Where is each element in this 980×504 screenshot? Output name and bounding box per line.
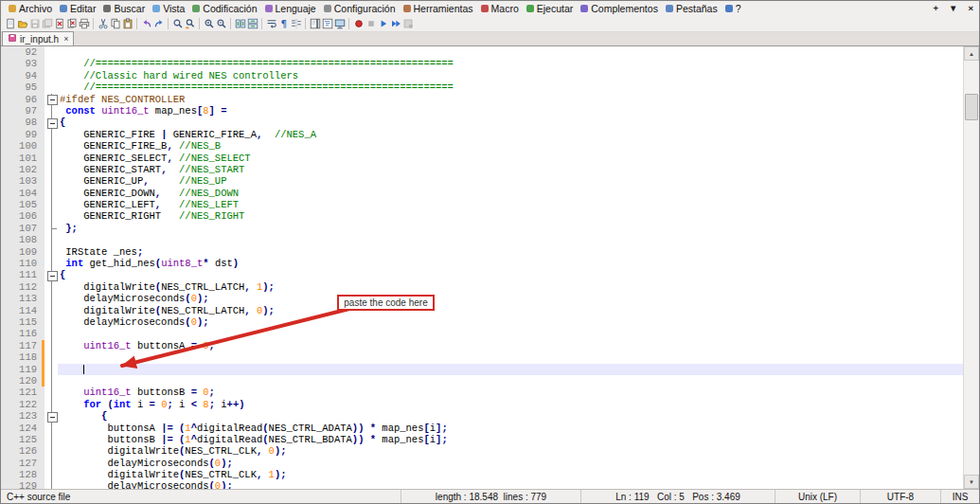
undo-icon[interactable]	[140, 16, 152, 31]
code-text[interactable]: digitalWrite(NES_CTRL_CLK, 1);	[58, 469, 963, 480]
code-text[interactable]	[58, 234, 963, 245]
menu-codificacin[interactable]: Codificación	[188, 1, 260, 15]
window-plus-icon[interactable]: +	[933, 3, 938, 13]
code-text[interactable]	[58, 375, 963, 387]
code-text[interactable]: int get_hid_nes(uint8_t* dst)	[58, 258, 963, 269]
scroll-up-arrow-icon[interactable]: ▲	[964, 46, 979, 61]
code-line: 121 uint16_t buttonsB = 0;	[1, 387, 963, 398]
code-text[interactable]: digitalWrite(NES_CTRL_CLK, 0);	[58, 445, 963, 457]
code-area: 9293 //=================================…	[1, 46, 963, 489]
code-text[interactable]: IRState _nes;	[58, 246, 963, 258]
code-text[interactable]: delayMicroseconds(0);	[58, 293, 963, 304]
fold-margin	[45, 328, 58, 339]
code-text[interactable]: digitalWrite(NES_CTRL_LATCH, 0);	[58, 305, 963, 316]
menu-editar[interactable]: Editar	[56, 1, 99, 15]
menu-configuracin[interactable]: Configuración	[320, 1, 400, 15]
macro-menu-icon	[481, 5, 489, 12]
document-map-icon[interactable]	[309, 16, 321, 31]
show-all-characters-icon[interactable]: ¶	[277, 16, 290, 31]
code-text[interactable]: GENERIC_SELECT, //NES_SELECT	[58, 153, 963, 164]
scroll-down-arrow-icon[interactable]: ▼	[964, 475, 979, 489]
code-text[interactable]: GENERIC_DOWN, //NES_DOWN	[58, 188, 963, 199]
menu-pestaas[interactable]: Pestañas	[662, 1, 722, 15]
code-text[interactable]: #ifdef NES_CONTROLLER	[58, 94, 963, 105]
play-macro-icon[interactable]	[377, 16, 389, 31]
code-text[interactable]: //======================================…	[58, 81, 963, 93]
code-text[interactable]	[58, 364, 963, 375]
code-text[interactable]: GENERIC_RIGHT //NES_RIGHT	[58, 210, 963, 222]
menu-help[interactable]: ?	[722, 1, 745, 15]
code-text[interactable]: buttonsB |= (1^digitalRead(NES_CTRL_BDAT…	[58, 434, 963, 445]
vertical-scrollbar[interactable]: ▲ ▼	[963, 46, 979, 489]
monitor-icon[interactable]	[333, 16, 346, 31]
replace-icon[interactable]	[184, 16, 196, 31]
code-text[interactable]	[58, 351, 963, 363]
code-text[interactable]: delayMicroseconds(0);	[58, 316, 963, 328]
fold-collapse-icon[interactable]	[45, 269, 58, 280]
fold-collapse-icon[interactable]	[45, 117, 58, 128]
code-text[interactable]: };	[58, 223, 963, 234]
menu-macro[interactable]: Macro	[477, 1, 523, 15]
close-file-icon[interactable]	[53, 16, 65, 31]
code-text[interactable]: {	[58, 269, 963, 280]
menu-complementos[interactable]: Complementos	[577, 1, 662, 15]
code-text[interactable]: GENERIC_UP, //NES_UP	[58, 175, 963, 187]
record-macro-icon[interactable]	[352, 16, 365, 31]
code-text[interactable]: GENERIC_FIRE_B, //NES_B	[58, 140, 963, 152]
window-close-icon[interactable]: ×	[968, 3, 973, 13]
tab-ir_input.h[interactable]: ir_input.h×	[2, 31, 74, 45]
code-text[interactable]: {	[58, 410, 963, 422]
menu-vista[interactable]: Vista	[149, 1, 188, 15]
code-text[interactable]: GENERIC_START, //NES_START	[58, 164, 963, 175]
close-all-icon[interactable]	[65, 16, 78, 31]
word-wrap-icon[interactable]	[265, 16, 277, 31]
code-text[interactable]	[58, 46, 963, 58]
menu-ejecutar[interactable]: Ejecutar	[523, 1, 578, 15]
sync-horizontal-scroll-icon[interactable]	[246, 16, 258, 31]
fold-margin	[45, 351, 58, 363]
sync-vertical-scroll-icon[interactable]	[234, 16, 246, 31]
open-file-icon[interactable]	[16, 16, 28, 31]
code-text[interactable]: uint16_t buttonsA = 0;	[58, 340, 963, 351]
fold-collapse-icon[interactable]	[45, 94, 58, 105]
code-text[interactable]: delayMicroseconds(0);	[58, 480, 963, 489]
paste-icon[interactable]	[121, 16, 134, 31]
fold-margin	[45, 423, 58, 434]
cut-icon[interactable]	[97, 16, 109, 31]
tab-close-icon[interactable]: ×	[63, 35, 68, 44]
line-number: 97	[1, 105, 45, 117]
code-line: 112 digitalWrite(NES_CTRL_LATCH, 1);	[1, 281, 963, 293]
code-text[interactable]	[58, 328, 963, 339]
menu-buscar[interactable]: Buscar	[99, 1, 149, 15]
fold-collapse-icon[interactable]	[45, 410, 58, 422]
code-text[interactable]: //======================================…	[58, 58, 963, 69]
code-text[interactable]: delayMicroseconds(0);	[58, 458, 963, 469]
redo-icon[interactable]	[152, 16, 165, 31]
menu-archivo[interactable]: Archivo	[5, 1, 56, 15]
copy-icon[interactable]	[109, 16, 121, 31]
code-text[interactable]: buttonsA |= (1^digitalRead(NES_CTRL_ADAT…	[58, 423, 963, 434]
menu-lenguaje[interactable]: Lenguaje	[261, 1, 320, 15]
code-text[interactable]: GENERIC_LEFT, //NES_LEFT	[58, 199, 963, 210]
zoom-in-icon[interactable]	[203, 16, 215, 31]
run-macro-multiple-icon[interactable]	[389, 16, 401, 31]
zoom-out-icon[interactable]	[215, 16, 227, 31]
code-text[interactable]: digitalWrite(NES_CTRL_LATCH, 1);	[58, 281, 963, 293]
print-icon[interactable]	[78, 16, 90, 31]
code-text[interactable]: GENERIC_FIRE | GENERIC_FIRE_A, //NES_A	[58, 129, 963, 140]
code-text[interactable]: {	[58, 117, 963, 128]
find-icon[interactable]	[171, 16, 184, 31]
window-restore-icon[interactable]: ▼	[949, 3, 957, 13]
code-line: 116	[1, 328, 963, 339]
function-list-icon[interactable]	[321, 16, 333, 31]
menu-herramientas[interactable]: Herramientas	[400, 1, 477, 15]
code-text[interactable]: //Classic hard wired NES controllers	[58, 70, 963, 81]
fold-margin	[45, 46, 58, 58]
code-text[interactable]: for (int i = 0; i < 8; i++)	[58, 399, 963, 410]
line-number: 111	[1, 269, 45, 280]
new-file-icon[interactable]	[4, 16, 16, 31]
scrollbar-thumb[interactable]	[965, 94, 978, 120]
code-text[interactable]: const uint16_t map_nes[8] =	[58, 105, 963, 117]
code-text[interactable]: uint16_t buttonsB = 0;	[58, 387, 963, 398]
indent-guides-icon[interactable]	[290, 16, 302, 31]
